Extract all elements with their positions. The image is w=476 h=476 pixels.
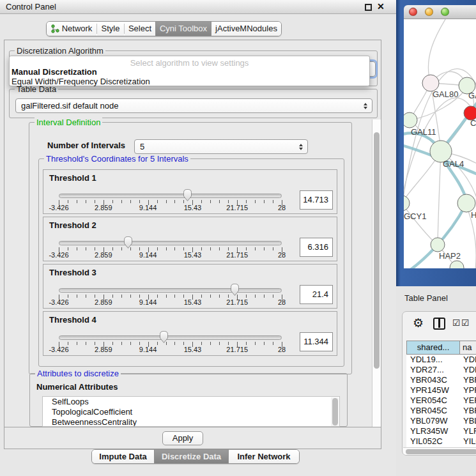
threshold-value-field[interactable]: 14.713 (300, 190, 333, 210)
table-cell[interactable]: YER0 (460, 395, 476, 406)
slider-tick (219, 295, 220, 298)
table-row[interactable]: YBR043CYBR0 (406, 375, 476, 385)
slider-scale-label: 2.859 (95, 204, 112, 211)
table-hscrollbar[interactable] (403, 447, 476, 455)
slider-tick (228, 342, 229, 345)
slider-track[interactable] (59, 335, 282, 340)
gear-icon[interactable]: ⚙ (413, 316, 424, 330)
tab-network[interactable]: Network (47, 22, 96, 36)
table-cell[interactable]: YLR3 (460, 426, 476, 436)
table-cell[interactable]: YIL052C (406, 436, 460, 447)
graph-node-label: GAL11 (411, 127, 436, 137)
slider-tick (68, 295, 68, 298)
table-row[interactable]: YBR045CYBR0 (406, 406, 476, 416)
column-header-shared-name[interactable]: shared... (406, 341, 460, 355)
table-row[interactable]: YIL052CYIL0 (406, 436, 476, 447)
table-cell[interactable]: YDL19... (406, 355, 460, 365)
slider-thumb[interactable] (229, 283, 240, 299)
number-of-intervals-combobox[interactable]: 5 (134, 139, 308, 154)
graph-node-label: GAL80 (433, 89, 458, 99)
table-cell[interactable]: YBL079W (406, 416, 460, 426)
table-cell[interactable]: YBR043C (406, 375, 460, 385)
graph-node[interactable] (404, 112, 417, 128)
slider-thumb[interactable] (158, 330, 169, 346)
tab-discretize-data[interactable]: Discretize Data (154, 450, 229, 463)
slider-track[interactable] (59, 241, 282, 245)
checkbox-icon[interactable]: ☑ (452, 318, 461, 328)
slider-tick (264, 295, 265, 298)
columns-icon[interactable] (433, 318, 445, 330)
tab-cyni-toolbox[interactable]: Cyni Toolbox (155, 22, 211, 36)
table-cell[interactable]: YPR1 (460, 385, 476, 395)
table-cell[interactable]: YBR0 (460, 406, 476, 416)
network-canvas[interactable]: GAL80GACGAL11GAL4GCY1HHAP2 (404, 19, 476, 268)
table-cell[interactable]: YBL0 (460, 416, 476, 426)
tab-style[interactable]: Style (97, 22, 124, 36)
slider-tick (255, 342, 256, 345)
table-data-combobox[interactable]: galFiltered.sif default node (15, 98, 372, 113)
table-cell[interactable]: YPR145W (406, 385, 460, 395)
slider-thumb[interactable] (182, 188, 193, 204)
minimize-traffic-light-icon[interactable] (425, 8, 433, 16)
viewport-divider (4, 427, 381, 427)
table-cell[interactable]: YDL1 (460, 355, 476, 365)
slider-scale-label: -3.426 (49, 204, 68, 211)
close-icon[interactable]: ✕ (377, 1, 385, 12)
table-data-group: Table Data galFiltered.sif default node (9, 89, 378, 118)
slider-tick (86, 342, 86, 345)
numerical-attributes-list[interactable]: SelfLoopsTopologicalCoefficientBetweenne… (42, 396, 340, 427)
threshold-value-field[interactable]: 11.344 (300, 332, 333, 351)
table-cell[interactable]: YLR345W (406, 426, 460, 436)
table-row[interactable]: YLR345WYLR3 (406, 426, 476, 436)
float-window-icon[interactable] (365, 4, 372, 11)
attribute-list-item[interactable]: SelfLoops (43, 397, 339, 407)
tab-impute-data[interactable]: Impute Data (92, 450, 154, 463)
algorithm-item-equal-width[interactable]: Equal Width/Frequency Discretization (12, 77, 150, 86)
group-title: Attributes to discretize (35, 369, 121, 378)
tab-select[interactable]: Select (125, 22, 155, 36)
scrollbar-thumb[interactable] (374, 132, 380, 369)
attribute-list-item[interactable]: BetweennessCentrality (43, 417, 339, 427)
table-cell[interactable]: YBR0 (460, 375, 476, 385)
graph-node[interactable] (404, 196, 410, 211)
table-row[interactable]: YDL19...YDL1 (406, 355, 476, 365)
slider-tick (139, 247, 140, 250)
table-cell[interactable]: YIL0 (460, 436, 476, 447)
graph-node[interactable] (457, 194, 475, 212)
table-cell[interactable]: YDR27... (406, 365, 460, 375)
graph-edge (438, 151, 441, 243)
slider-thumb[interactable] (123, 236, 134, 252)
slider-tick (95, 200, 95, 203)
slider-track[interactable] (59, 288, 282, 293)
apply-button[interactable]: Apply (162, 431, 203, 445)
slider-tick (255, 247, 256, 250)
algorithm-item-manual[interactable]: Manual Discretization (12, 67, 97, 77)
table-cell[interactable]: YER054C (406, 395, 460, 406)
table-cell[interactable]: YDR2 (460, 365, 476, 375)
attribute-list-item[interactable]: TopologicalCoefficient (43, 407, 339, 417)
algorithm-placeholder-item[interactable]: Select algorithm to view settings (10, 58, 369, 68)
scrollbar-thumb[interactable] (332, 398, 338, 426)
slider-scale-label: 9.144 (139, 204, 157, 211)
threshold-value-field[interactable]: 6.316 (300, 238, 333, 257)
slider-tick (68, 247, 68, 250)
close-traffic-light-icon[interactable] (409, 8, 417, 16)
table-row[interactable]: YBL079WYBL0 (406, 416, 476, 426)
tab-infer-network[interactable]: Infer Network (229, 450, 299, 463)
table-row[interactable]: YDR27...YDR2 (406, 365, 476, 375)
panel-scrollbar[interactable] (372, 119, 381, 427)
scrollbar-thumb[interactable] (406, 449, 476, 454)
graph-node[interactable] (431, 238, 445, 252)
tab-jactivemnodules[interactable]: jActiveMNodules (211, 22, 281, 36)
slider-tick (174, 247, 175, 250)
list-scrollbar[interactable] (331, 397, 339, 427)
zoom-traffic-light-icon[interactable] (441, 8, 449, 16)
table-row[interactable]: YPR145WYPR1 (406, 385, 476, 395)
slider-track[interactable] (59, 194, 282, 198)
table-row[interactable]: YER054CYER0 (406, 395, 476, 406)
checkbox-icon[interactable]: ☑ (461, 318, 470, 328)
threshold-value-field[interactable]: 21.4 (300, 285, 333, 304)
slider-tick (201, 342, 202, 345)
column-header-name[interactable]: na (460, 341, 476, 355)
table-cell[interactable]: YBR045C (406, 406, 460, 416)
